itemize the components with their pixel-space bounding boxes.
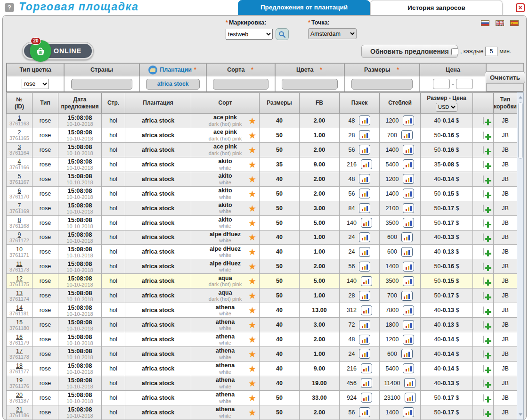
- star-icon[interactable]: [248, 364, 256, 373]
- british-flag-icon[interactable]: [496, 20, 504, 26]
- sizes-filter-button[interactable]: [351, 79, 413, 90]
- packs-chart-button[interactable]: [359, 232, 370, 242]
- packs-chart-button[interactable]: [359, 320, 370, 330]
- stems-chart-button[interactable]: [401, 130, 413, 140]
- row-number-link[interactable]: 10: [16, 246, 23, 253]
- scroll-down-icon[interactable]: [517, 411, 523, 419]
- countries-filter-button[interactable]: [71, 79, 132, 90]
- spanish-flag-icon[interactable]: [510, 20, 519, 26]
- help-icon[interactable]: [5, 3, 14, 12]
- add-to-cart-button[interactable]: [483, 190, 484, 198]
- packs-chart-button[interactable]: [361, 276, 372, 286]
- stems-chart-button[interactable]: [401, 247, 413, 257]
- online-status[interactable]: ONLINE 20: [22, 42, 94, 60]
- tab-request-history[interactable]: История запросов: [370, 0, 503, 15]
- stems-chart-button[interactable]: [403, 174, 414, 184]
- stems-chart-button[interactable]: [403, 203, 414, 213]
- add-to-cart-button[interactable]: [483, 263, 484, 270]
- packs-chart-button[interactable]: [361, 305, 372, 315]
- add-to-cart-button[interactable]: [483, 117, 484, 124]
- star-icon[interactable]: [248, 204, 256, 213]
- row-number-link[interactable]: 9: [18, 231, 21, 238]
- stems-chart-button[interactable]: [401, 232, 413, 242]
- star-icon[interactable]: [248, 335, 256, 344]
- packs-chart-button[interactable]: [361, 159, 372, 169]
- cart-icon[interactable]: 20: [30, 40, 51, 62]
- sorts-filter-button[interactable]: [213, 79, 269, 90]
- star-icon[interactable]: [248, 379, 256, 387]
- star-icon[interactable]: [248, 174, 256, 183]
- add-to-cart-button[interactable]: [483, 350, 484, 358]
- colors-filter-button[interactable]: [282, 79, 338, 90]
- star-icon[interactable]: [248, 160, 256, 169]
- row-number-link[interactable]: 15: [16, 319, 23, 326]
- row-number-link[interactable]: 2: [18, 129, 21, 136]
- add-to-cart-button[interactable]: [483, 306, 484, 314]
- star-icon[interactable]: [248, 349, 256, 358]
- star-icon[interactable]: [248, 321, 256, 329]
- star-icon[interactable]: [248, 218, 256, 227]
- packs-chart-button[interactable]: [359, 203, 370, 213]
- star-icon[interactable]: [248, 116, 256, 125]
- stems-chart-button[interactable]: [404, 378, 415, 388]
- star-icon[interactable]: [248, 233, 256, 242]
- row-number-link[interactable]: 1: [18, 115, 21, 121]
- vertical-scrollbar[interactable]: [517, 92, 524, 420]
- stems-chart-button[interactable]: [403, 305, 414, 315]
- search-button[interactable]: [276, 28, 289, 40]
- row-number-link[interactable]: 11: [16, 261, 23, 267]
- price-min-input[interactable]: [433, 79, 450, 89]
- add-to-cart-button[interactable]: [483, 365, 484, 372]
- add-to-cart-button[interactable]: [483, 233, 484, 241]
- stems-chart-button[interactable]: [403, 262, 414, 272]
- point-select[interactable]: Amsterdam: [308, 28, 357, 39]
- row-number-link[interactable]: 3: [18, 144, 21, 150]
- tab-plantation-offers[interactable]: Предложения от плантаций: [238, 0, 370, 15]
- row-number-link[interactable]: 6: [18, 188, 21, 194]
- stems-chart-button[interactable]: [403, 335, 414, 345]
- add-to-cart-button[interactable]: [483, 248, 484, 255]
- packs-chart-button[interactable]: [361, 378, 372, 388]
- row-number-link[interactable]: 12: [16, 275, 23, 282]
- row-number-link[interactable]: 20: [16, 392, 23, 398]
- row-number-link[interactable]: 7: [18, 202, 21, 209]
- add-to-cart-button[interactable]: [483, 321, 484, 329]
- stems-chart-button[interactable]: [403, 407, 414, 417]
- refresh-offers-button[interactable]: Обновить предложения: [361, 45, 458, 58]
- stems-chart-button[interactable]: [401, 291, 413, 301]
- packs-chart-button[interactable]: [361, 218, 372, 228]
- star-icon[interactable]: [248, 291, 256, 300]
- packs-chart-button[interactable]: [359, 145, 370, 155]
- stems-chart-button[interactable]: [405, 393, 416, 403]
- packs-chart-button[interactable]: [361, 393, 372, 403]
- star-icon[interactable]: [248, 408, 256, 417]
- stems-chart-button[interactable]: [403, 159, 414, 169]
- star-icon[interactable]: [248, 189, 256, 198]
- star-icon[interactable]: [248, 277, 256, 286]
- packs-chart-button[interactable]: [359, 247, 370, 257]
- stems-chart-button[interactable]: [403, 115, 414, 125]
- add-to-cart-button[interactable]: [483, 336, 484, 343]
- stems-chart-button[interactable]: [403, 218, 414, 228]
- star-icon[interactable]: [248, 247, 256, 256]
- scroll-up-icon[interactable]: [517, 94, 523, 101]
- row-number-link[interactable]: 18: [16, 362, 23, 369]
- add-to-cart-button[interactable]: [483, 277, 484, 285]
- stems-chart-button[interactable]: [403, 276, 414, 286]
- scrollbar-thumb[interactable]: [518, 102, 523, 159]
- stems-chart-button[interactable]: [403, 189, 414, 198]
- add-to-cart-button[interactable]: [483, 146, 484, 154]
- packs-chart-button[interactable]: [361, 363, 372, 373]
- clear-filters-button[interactable]: Очистить: [485, 71, 525, 84]
- packs-chart-button[interactable]: [359, 349, 370, 359]
- stems-chart-button[interactable]: [403, 320, 414, 330]
- packs-chart-button[interactable]: [359, 262, 370, 272]
- row-number-link[interactable]: 19: [16, 377, 23, 384]
- add-to-cart-button[interactable]: [483, 292, 484, 299]
- add-to-cart-button[interactable]: [483, 132, 484, 139]
- row-number-link[interactable]: 21: [16, 406, 23, 413]
- packs-chart-button[interactable]: [359, 189, 370, 198]
- packs-chart-button[interactable]: [359, 174, 370, 184]
- packs-chart-button[interactable]: [359, 407, 370, 417]
- row-number-link[interactable]: 4: [18, 158, 21, 165]
